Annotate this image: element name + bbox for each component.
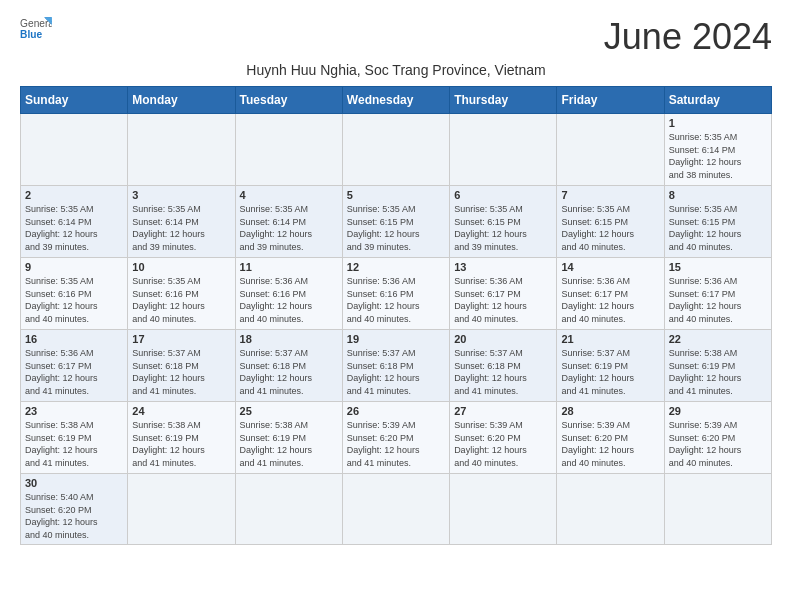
day-number: 12 (347, 261, 445, 273)
day-number: 24 (132, 405, 230, 417)
day-number: 8 (669, 189, 767, 201)
weekday-header-sunday: Sunday (21, 87, 128, 114)
calendar-day-cell: 17Sunrise: 5:37 AM Sunset: 6:18 PM Dayli… (128, 330, 235, 402)
day-number: 9 (25, 261, 123, 273)
calendar-day-cell: 2Sunrise: 5:35 AM Sunset: 6:14 PM Daylig… (21, 186, 128, 258)
day-sun-info: Sunrise: 5:35 AM Sunset: 6:15 PM Dayligh… (454, 203, 552, 253)
calendar-day-cell: 24Sunrise: 5:38 AM Sunset: 6:19 PM Dayli… (128, 402, 235, 474)
day-sun-info: Sunrise: 5:35 AM Sunset: 6:14 PM Dayligh… (25, 203, 123, 253)
calendar-day-cell: 7Sunrise: 5:35 AM Sunset: 6:15 PM Daylig… (557, 186, 664, 258)
calendar-day-cell (128, 114, 235, 186)
calendar-day-cell: 11Sunrise: 5:36 AM Sunset: 6:16 PM Dayli… (235, 258, 342, 330)
day-sun-info: Sunrise: 5:39 AM Sunset: 6:20 PM Dayligh… (669, 419, 767, 469)
calendar-day-cell (557, 474, 664, 545)
location-subtitle: Huynh Huu Nghia, Soc Trang Province, Vie… (20, 62, 772, 78)
day-sun-info: Sunrise: 5:36 AM Sunset: 6:17 PM Dayligh… (561, 275, 659, 325)
day-number: 14 (561, 261, 659, 273)
calendar-day-cell: 3Sunrise: 5:35 AM Sunset: 6:14 PM Daylig… (128, 186, 235, 258)
day-number: 23 (25, 405, 123, 417)
day-sun-info: Sunrise: 5:35 AM Sunset: 6:15 PM Dayligh… (347, 203, 445, 253)
calendar-week-row: 23Sunrise: 5:38 AM Sunset: 6:19 PM Dayli… (21, 402, 772, 474)
day-number: 18 (240, 333, 338, 345)
day-sun-info: Sunrise: 5:39 AM Sunset: 6:20 PM Dayligh… (454, 419, 552, 469)
calendar-day-cell: 21Sunrise: 5:37 AM Sunset: 6:19 PM Dayli… (557, 330, 664, 402)
day-number: 5 (347, 189, 445, 201)
calendar-day-cell: 8Sunrise: 5:35 AM Sunset: 6:15 PM Daylig… (664, 186, 771, 258)
weekday-header-friday: Friday (557, 87, 664, 114)
day-number: 16 (25, 333, 123, 345)
day-sun-info: Sunrise: 5:38 AM Sunset: 6:19 PM Dayligh… (25, 419, 123, 469)
day-sun-info: Sunrise: 5:37 AM Sunset: 6:18 PM Dayligh… (240, 347, 338, 397)
calendar-week-row: 9Sunrise: 5:35 AM Sunset: 6:16 PM Daylig… (21, 258, 772, 330)
calendar-day-cell: 29Sunrise: 5:39 AM Sunset: 6:20 PM Dayli… (664, 402, 771, 474)
generalblue-logo-icon: General Blue (20, 16, 52, 44)
calendar-day-cell (21, 114, 128, 186)
day-number: 22 (669, 333, 767, 345)
calendar-day-cell: 5Sunrise: 5:35 AM Sunset: 6:15 PM Daylig… (342, 186, 449, 258)
day-number: 13 (454, 261, 552, 273)
day-sun-info: Sunrise: 5:37 AM Sunset: 6:18 PM Dayligh… (347, 347, 445, 397)
day-number: 7 (561, 189, 659, 201)
day-sun-info: Sunrise: 5:35 AM Sunset: 6:15 PM Dayligh… (561, 203, 659, 253)
calendar-day-cell: 4Sunrise: 5:35 AM Sunset: 6:14 PM Daylig… (235, 186, 342, 258)
calendar-day-cell: 30Sunrise: 5:40 AM Sunset: 6:20 PM Dayli… (21, 474, 128, 545)
svg-text:Blue: Blue (20, 29, 42, 40)
page-header: General Blue June 2024 (20, 16, 772, 58)
calendar-day-cell: 1Sunrise: 5:35 AM Sunset: 6:14 PM Daylig… (664, 114, 771, 186)
day-sun-info: Sunrise: 5:36 AM Sunset: 6:17 PM Dayligh… (25, 347, 123, 397)
day-number: 30 (25, 477, 123, 489)
calendar-day-cell: 16Sunrise: 5:36 AM Sunset: 6:17 PM Dayli… (21, 330, 128, 402)
calendar-day-cell (557, 114, 664, 186)
month-title: June 2024 (604, 16, 772, 58)
day-sun-info: Sunrise: 5:38 AM Sunset: 6:19 PM Dayligh… (669, 347, 767, 397)
calendar-week-row: 16Sunrise: 5:36 AM Sunset: 6:17 PM Dayli… (21, 330, 772, 402)
calendar-day-cell: 14Sunrise: 5:36 AM Sunset: 6:17 PM Dayli… (557, 258, 664, 330)
day-sun-info: Sunrise: 5:40 AM Sunset: 6:20 PM Dayligh… (25, 491, 123, 541)
weekday-header-thursday: Thursday (450, 87, 557, 114)
day-number: 20 (454, 333, 552, 345)
calendar-day-cell: 15Sunrise: 5:36 AM Sunset: 6:17 PM Dayli… (664, 258, 771, 330)
day-sun-info: Sunrise: 5:38 AM Sunset: 6:19 PM Dayligh… (132, 419, 230, 469)
calendar-day-cell: 23Sunrise: 5:38 AM Sunset: 6:19 PM Dayli… (21, 402, 128, 474)
day-number: 19 (347, 333, 445, 345)
day-sun-info: Sunrise: 5:39 AM Sunset: 6:20 PM Dayligh… (347, 419, 445, 469)
calendar-week-row: 30Sunrise: 5:40 AM Sunset: 6:20 PM Dayli… (21, 474, 772, 545)
day-sun-info: Sunrise: 5:37 AM Sunset: 6:18 PM Dayligh… (454, 347, 552, 397)
day-sun-info: Sunrise: 5:36 AM Sunset: 6:16 PM Dayligh… (240, 275, 338, 325)
day-sun-info: Sunrise: 5:37 AM Sunset: 6:18 PM Dayligh… (132, 347, 230, 397)
calendar-day-cell: 28Sunrise: 5:39 AM Sunset: 6:20 PM Dayli… (557, 402, 664, 474)
weekday-header-row: SundayMondayTuesdayWednesdayThursdayFrid… (21, 87, 772, 114)
day-number: 25 (240, 405, 338, 417)
calendar-day-cell: 27Sunrise: 5:39 AM Sunset: 6:20 PM Dayli… (450, 402, 557, 474)
day-number: 4 (240, 189, 338, 201)
day-sun-info: Sunrise: 5:38 AM Sunset: 6:19 PM Dayligh… (240, 419, 338, 469)
day-number: 11 (240, 261, 338, 273)
calendar-day-cell: 9Sunrise: 5:35 AM Sunset: 6:16 PM Daylig… (21, 258, 128, 330)
calendar-day-cell (342, 474, 449, 545)
day-sun-info: Sunrise: 5:37 AM Sunset: 6:19 PM Dayligh… (561, 347, 659, 397)
calendar-day-cell (342, 114, 449, 186)
calendar-day-cell: 26Sunrise: 5:39 AM Sunset: 6:20 PM Dayli… (342, 402, 449, 474)
calendar-week-row: 1Sunrise: 5:35 AM Sunset: 6:14 PM Daylig… (21, 114, 772, 186)
calendar-day-cell: 22Sunrise: 5:38 AM Sunset: 6:19 PM Dayli… (664, 330, 771, 402)
day-sun-info: Sunrise: 5:35 AM Sunset: 6:16 PM Dayligh… (25, 275, 123, 325)
day-sun-info: Sunrise: 5:36 AM Sunset: 6:17 PM Dayligh… (669, 275, 767, 325)
calendar-day-cell: 25Sunrise: 5:38 AM Sunset: 6:19 PM Dayli… (235, 402, 342, 474)
day-sun-info: Sunrise: 5:35 AM Sunset: 6:14 PM Dayligh… (669, 131, 767, 181)
logo: General Blue (20, 16, 52, 44)
weekday-header-monday: Monday (128, 87, 235, 114)
day-number: 6 (454, 189, 552, 201)
calendar-day-cell: 20Sunrise: 5:37 AM Sunset: 6:18 PM Dayli… (450, 330, 557, 402)
day-number: 10 (132, 261, 230, 273)
weekday-header-tuesday: Tuesday (235, 87, 342, 114)
calendar-day-cell: 12Sunrise: 5:36 AM Sunset: 6:16 PM Dayli… (342, 258, 449, 330)
day-sun-info: Sunrise: 5:35 AM Sunset: 6:15 PM Dayligh… (669, 203, 767, 253)
day-number: 28 (561, 405, 659, 417)
day-sun-info: Sunrise: 5:35 AM Sunset: 6:14 PM Dayligh… (240, 203, 338, 253)
calendar-table: SundayMondayTuesdayWednesdayThursdayFrid… (20, 86, 772, 545)
calendar-day-cell (235, 114, 342, 186)
calendar-day-cell: 18Sunrise: 5:37 AM Sunset: 6:18 PM Dayli… (235, 330, 342, 402)
day-sun-info: Sunrise: 5:39 AM Sunset: 6:20 PM Dayligh… (561, 419, 659, 469)
calendar-day-cell (128, 474, 235, 545)
calendar-day-cell: 6Sunrise: 5:35 AM Sunset: 6:15 PM Daylig… (450, 186, 557, 258)
